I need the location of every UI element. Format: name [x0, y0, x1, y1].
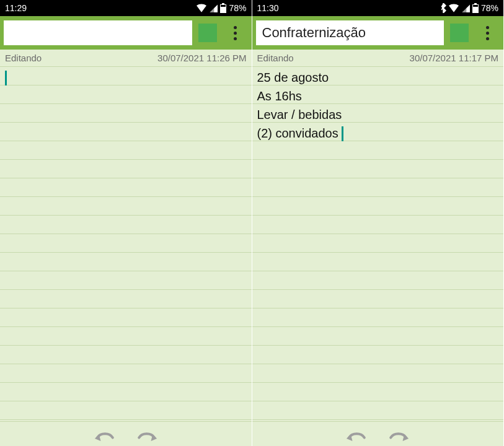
note-title-input[interactable]	[256, 20, 444, 45]
edit-state-label: Editando	[5, 53, 42, 63]
redo-icon	[389, 427, 410, 441]
status-clock: 11:30	[257, 3, 279, 13]
svg-rect-4	[474, 3, 477, 4]
cell-signal-icon	[461, 4, 470, 12]
status-right: 78%	[440, 3, 498, 13]
undo-button[interactable]	[94, 427, 115, 441]
text-cursor	[5, 71, 7, 85]
undo-button[interactable]	[345, 427, 366, 441]
battery-icon	[472, 3, 479, 13]
redo-icon	[137, 427, 158, 441]
color-swatch-button[interactable]	[198, 24, 217, 42]
meta-row: Editando 30/07/2021 11:17 PM	[252, 50, 504, 67]
more-vert-icon	[486, 32, 489, 35]
edit-state-label: Editando	[257, 53, 294, 63]
undo-icon	[94, 427, 115, 441]
overflow-menu-button[interactable]	[223, 20, 248, 45]
bottom-bar	[0, 421, 252, 446]
status-bar: 11:30 78%	[252, 0, 504, 16]
svg-rect-2	[221, 5, 226, 7]
bluetooth-icon	[440, 3, 446, 13]
note-text: 25 de agosto As 16hs Levar / bebidas (2)…	[257, 71, 342, 140]
screen-right: 11:30 78% Editando 30/07/2021 11:17 PM	[252, 0, 505, 446]
status-battery-percent: 78%	[481, 3, 498, 13]
status-bar: 11:29 78%	[0, 0, 252, 16]
note-body[interactable]	[0, 67, 252, 421]
wifi-icon	[449, 4, 459, 12]
edit-date-label: 30/07/2021 11:26 PM	[157, 53, 246, 63]
meta-row: Editando 30/07/2021 11:26 PM	[0, 50, 252, 67]
color-swatch-button[interactable]	[450, 24, 469, 42]
screen-left: 11:29 78% Editando 30/07/2021 11:26 PM	[0, 0, 252, 446]
note-title-input[interactable]	[4, 20, 192, 45]
wifi-icon	[197, 4, 206, 12]
redo-button[interactable]	[389, 427, 410, 441]
redo-button[interactable]	[137, 427, 158, 441]
undo-icon	[345, 427, 366, 441]
edit-date-label: 30/07/2021 11:17 PM	[410, 53, 498, 63]
bottom-bar	[252, 421, 504, 446]
status-battery-percent: 78%	[229, 3, 246, 13]
note-body[interactable]: 25 de agosto As 16hs Levar / bebidas (2)…	[252, 67, 504, 421]
status-right: 78%	[197, 3, 246, 13]
battery-icon	[220, 3, 226, 13]
svg-rect-1	[222, 3, 224, 4]
text-cursor	[342, 126, 343, 141]
status-clock: 11:29	[5, 3, 27, 13]
more-vert-icon	[234, 32, 237, 35]
svg-rect-5	[473, 5, 478, 7]
app-bar	[0, 16, 252, 50]
overflow-menu-button[interactable]	[475, 20, 500, 45]
app-bar	[252, 16, 504, 50]
cell-signal-icon	[209, 4, 218, 12]
